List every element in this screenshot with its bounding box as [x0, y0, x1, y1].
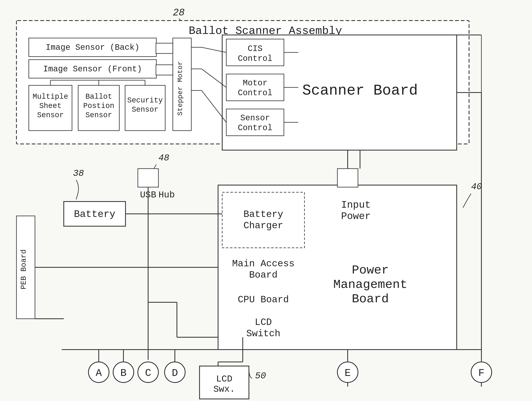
cis-control-label1: CIS: [248, 44, 262, 53]
ref-50: 50: [255, 371, 266, 381]
image-sensor-front-label: Image Sensor (Front): [43, 65, 142, 74]
ref-48: 48: [158, 153, 169, 163]
connector-b-label: B: [120, 367, 127, 379]
usb-hub-label2: Hub: [158, 190, 175, 200]
ballot-position-sensor-label1: Ballot: [85, 93, 112, 101]
motor-control-label2: Control: [238, 88, 272, 98]
lcd-switch-label1: LCD: [255, 317, 272, 328]
multiple-sheet-sensor-label2: Sheet: [39, 102, 62, 110]
main-access-board-label1: Main Access: [232, 258, 295, 269]
usb-hub-connector-box: [138, 169, 158, 187]
lcd-swx-label1: LCD: [216, 374, 232, 384]
diagram-container: 28 Ballot Scanner Assembly Image Sensor …: [0, 0, 532, 401]
connector-e-label: E: [345, 367, 351, 379]
security-sensor-label2: Sensor: [132, 106, 158, 114]
power-management-board-label2: Management: [333, 278, 407, 292]
connector-a-label: A: [96, 367, 102, 379]
svg-rect-3: [156, 43, 173, 53]
connector-c-label: C: [145, 367, 151, 379]
connector-f-label: F: [478, 367, 484, 379]
ref-40: 40: [471, 182, 482, 192]
input-power-connector-box: [337, 169, 358, 187]
lcd-switch-label2: Switch: [246, 328, 280, 339]
image-sensor-back-label: Image Sensor (Back): [46, 43, 139, 52]
main-access-board-label2: Board: [249, 270, 278, 281]
input-power-label2: Power: [341, 211, 371, 222]
power-management-board-label1: Power: [352, 263, 389, 277]
security-sensor-label1: Security: [127, 96, 163, 105]
motor-control-label1: Motor: [243, 79, 267, 88]
multiple-sheet-sensor-label1: Multiple: [33, 93, 68, 101]
lcd-swx-label2: Swx.: [213, 384, 235, 395]
stepper-motor-label: Stepper Motor: [176, 61, 184, 116]
sensor-control-label1: Sensor: [240, 113, 270, 123]
battery-charger-box: [222, 192, 304, 248]
cis-control-label2: Control: [238, 54, 272, 63]
connector-d-label: D: [172, 367, 178, 379]
multiple-sheet-sensor-label3: Sensor: [37, 111, 64, 119]
ballot-position-sensor-label2: Postion: [83, 102, 114, 110]
input-power-label1: Input: [341, 200, 371, 211]
figure-number: 28: [173, 7, 185, 18]
sensor-control-label2: Control: [238, 123, 272, 133]
battery-charger-label2: Charger: [243, 220, 283, 231]
power-management-board-label3: Board: [352, 292, 389, 306]
battery-charger-label1: Battery: [243, 209, 283, 220]
scanner-board-label: Scanner Board: [302, 82, 418, 99]
peb-board-label: PEB Board: [19, 250, 28, 289]
ref-38: 38: [73, 168, 84, 178]
cpu-board-label: CPU Board: [238, 294, 289, 305]
svg-rect-4: [156, 65, 173, 75]
battery-label: Battery: [74, 209, 115, 220]
ballot-position-sensor-label3: Sensor: [85, 111, 112, 119]
